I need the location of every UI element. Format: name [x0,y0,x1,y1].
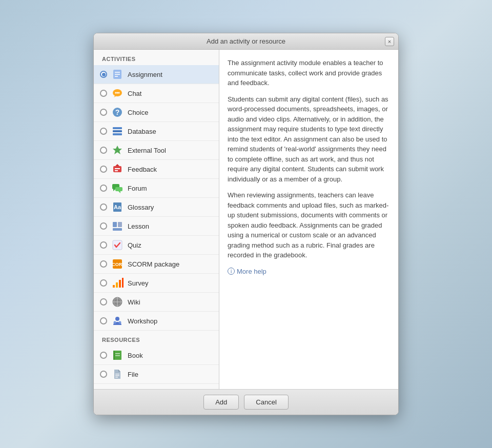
svg-text:Aa: Aa [114,204,121,210]
add-button[interactable]: Add [203,395,239,410]
database-label: Database [128,128,156,135]
radio-chat[interactable] [100,90,107,97]
svg-rect-17 [115,170,118,171]
activities-scroll[interactable]: ACTIVITIES Assignment [94,50,219,389]
radio-lesson[interactable] [100,222,107,230]
add-activity-dialog: Add an activity or resource × ACTIVITIES [93,33,399,415]
wiki-label: Wiki [128,298,140,306]
external-tool-label: External Tool [128,147,166,154]
radio-survey[interactable] [100,279,107,287]
info-icon: i [228,268,235,275]
list-item[interactable]: Forum [94,179,219,198]
radio-wiki[interactable] [100,298,107,306]
chat-icon [111,87,124,99]
feedback-label: Feedback [128,166,157,173]
workshop-label: Workshop [128,317,157,325]
svg-point-6 [115,92,117,94]
svg-point-8 [118,92,120,94]
svg-text:?: ? [115,108,120,116]
svg-marker-15 [115,164,119,166]
svg-rect-47 [115,377,118,378]
description-paragraph-1: The assignment activity module enables a… [228,58,390,88]
list-item[interactable]: Wiki [94,293,219,312]
list-item[interactable]: ? Choice [94,103,219,122]
svg-rect-3 [115,76,118,77]
file-label: File [128,371,138,378]
list-item[interactable]: Chat [94,84,219,103]
external-tool-icon [111,144,124,156]
svg-rect-45 [115,374,119,375]
choice-label: Choice [128,109,148,116]
radio-choice[interactable] [100,109,107,116]
glossary-label: Glossary [128,203,154,211]
glossary-icon: Aa [111,201,124,213]
svg-rect-2 [115,74,120,75]
list-item[interactable]: Book [94,346,219,365]
radio-workshop[interactable] [100,317,107,324]
radio-external-tool[interactable] [100,147,107,154]
svg-marker-19 [113,189,115,191]
quiz-label: Quiz [128,241,141,249]
svg-point-40 [119,321,121,324]
activities-section-header: ACTIVITIES [94,50,219,65]
scorm-label: SCORM package [128,260,179,268]
list-item[interactable]: Quiz [94,236,219,255]
choice-icon: ? [111,106,124,118]
dialog-title: Add an activity or resource [207,37,285,45]
svg-rect-1 [115,72,120,73]
description-panel: The assignment activity module enables a… [219,50,398,389]
radio-quiz[interactable] [100,241,107,249]
lesson-icon [111,220,124,232]
description-paragraph-2: Students can submit any digital content … [228,94,390,185]
forum-label: Forum [128,185,147,192]
radio-forum[interactable] [100,185,107,192]
description-paragraph-3: When reviewing assignments, teachers can… [228,190,390,260]
list-item[interactable]: Aa Glossary [94,198,219,217]
list-item[interactable]: Database [94,122,219,141]
list-item[interactable]: Workshop [94,312,219,331]
svg-rect-33 [122,278,124,288]
list-item[interactable]: File [94,365,219,384]
cancel-button[interactable]: Cancel [244,395,288,410]
svg-rect-24 [113,222,117,227]
radio-database[interactable] [100,128,107,135]
svg-rect-32 [119,280,121,288]
svg-rect-11 [113,127,122,129]
svg-rect-26 [113,228,122,231]
svg-rect-13 [113,133,122,135]
survey-label: Survey [128,279,148,287]
svg-point-38 [115,317,119,321]
radio-scorm[interactable] [100,260,107,268]
svg-rect-44 [115,355,120,356]
chat-label: Chat [128,90,141,97]
list-item[interactable]: External Tool [94,141,219,160]
assignment-label: Assignment [128,71,162,78]
svg-rect-31 [116,282,118,288]
list-item[interactable]: Lesson [94,217,219,236]
resources-section-header: RESOURCES [94,331,219,346]
feedback-icon [111,163,124,175]
dialog-body: ACTIVITIES Assignment [94,50,398,389]
radio-glossary[interactable] [100,203,107,211]
close-button[interactable]: × [385,37,394,46]
list-item[interactable]: Feedback [94,160,219,179]
svg-text:SCORM: SCORM [111,262,124,267]
svg-point-7 [117,92,118,94]
svg-point-39 [114,321,116,324]
radio-file[interactable] [100,371,107,378]
svg-rect-43 [115,353,120,354]
svg-rect-16 [115,168,120,169]
list-item[interactable]: SCORM SCORM package [94,255,219,274]
svg-marker-21 [118,191,120,193]
svg-rect-12 [113,130,122,132]
more-help-link[interactable]: i More help [228,267,390,277]
radio-feedback[interactable] [100,166,107,173]
file-icon [111,368,124,380]
book-icon [111,349,124,361]
list-item[interactable]: Assignment [94,65,219,84]
assignment-icon [111,68,124,80]
lesson-label: Lesson [128,222,149,230]
radio-book[interactable] [100,352,107,359]
list-item[interactable]: Survey [94,274,219,293]
radio-assignment[interactable] [100,71,107,78]
